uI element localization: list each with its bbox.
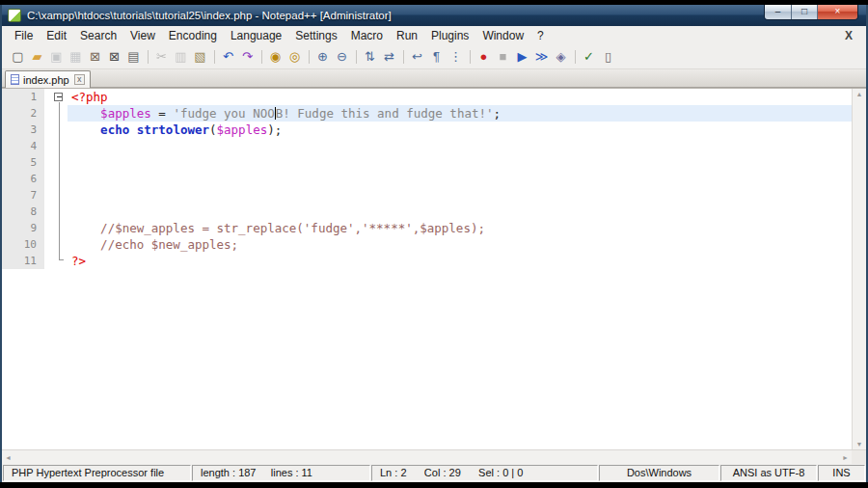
scroll-up-icon[interactable]: ▲ [856, 91, 863, 97]
scroll-right-icon[interactable]: ► [842, 454, 849, 461]
code-line-9[interactable]: 9 //$new_apples = str_replace('fudge','*… [2, 220, 852, 236]
menu-macro[interactable]: Macro [344, 26, 390, 45]
toolbar-separator [214, 50, 215, 64]
menu-search[interactable]: Search [73, 26, 123, 45]
code-text [68, 154, 852, 171]
toolbar-separator [356, 50, 357, 64]
find-icon[interactable]: ◉ [266, 48, 285, 67]
menu-help[interactable]: ? [530, 26, 551, 45]
menu-plugins[interactable]: Plugins [424, 26, 475, 45]
sync-vertical-icon[interactable]: ⇅ [361, 48, 379, 67]
tab-file-icon [11, 74, 19, 85]
fold-margin [44, 171, 68, 187]
vertical-scrollbar[interactable]: ▲ ▼ [852, 89, 866, 449]
fold-toggle-icon[interactable] [44, 89, 68, 105]
close-file-icon[interactable]: ⊠ [86, 48, 104, 67]
menu-edit[interactable]: Edit [40, 26, 73, 45]
open-folder-icon[interactable]: ▰ [28, 48, 46, 67]
menu-language[interactable]: Language [224, 26, 288, 45]
toolbar-separator [261, 50, 262, 64]
fold-margin [44, 187, 68, 203]
code-line-2[interactable]: 2 $apples = 'fudge you NOOB! Fudge this … [2, 105, 852, 122]
video-frame: C:\xampp\htdocs\tutorials\tutorial25\ind… [0, 0, 868, 488]
word-wrap-icon[interactable]: ↩ [408, 48, 426, 67]
scroll-left-icon[interactable]: ◄ [5, 454, 12, 461]
code-text [68, 138, 852, 154]
status-encoding[interactable]: ANSI as UTF-8 [720, 465, 817, 481]
horizontal-scrollbar-row: ◄ ► [2, 449, 866, 464]
title-bar[interactable]: C:\xampp\htdocs\tutorials\tutorial25\ind… [2, 5, 866, 26]
undo-icon[interactable]: ↶ [219, 48, 237, 67]
code-line-4[interactable]: 4 [2, 138, 852, 154]
status-eol-format[interactable]: Dos\Windows [599, 465, 719, 481]
menu-bar: FileEditSearchViewEncodingLanguageSettin… [2, 26, 866, 45]
toolbar-separator [403, 50, 404, 64]
code-text: echo strtolower($apples); [68, 122, 852, 138]
code-text [68, 203, 852, 220]
save-icon[interactable]: ▣ [47, 48, 66, 67]
code-line-5[interactable]: 5 [2, 154, 852, 171]
menu-settings[interactable]: Settings [288, 26, 343, 45]
sync-horizontal-icon[interactable]: ⇄ [380, 48, 398, 67]
record-macro-icon[interactable]: ● [475, 48, 493, 67]
save-all-icon[interactable]: ▦ [67, 48, 85, 67]
run-macro-multiple-icon[interactable]: ≫ [532, 48, 551, 67]
zoom-in-icon[interactable]: ⊕ [313, 48, 332, 67]
menu-close-button[interactable]: X [841, 26, 856, 45]
print-icon[interactable]: ▤ [124, 48, 143, 67]
copy-icon[interactable]: ▥ [172, 48, 190, 67]
menu-encoding[interactable]: Encoding [162, 26, 224, 45]
code-line-1[interactable]: 1<?php [2, 89, 852, 105]
status-file-type[interactable]: PHP Hypertext Preprocessor file [3, 465, 191, 481]
cut-icon[interactable]: ✂ [152, 48, 171, 67]
close-all-icon[interactable]: ⊠ [105, 48, 123, 67]
toolbar-separator [309, 50, 310, 64]
code-line-8[interactable]: 8 [2, 203, 852, 220]
document-map-icon[interactable]: ▯ [599, 48, 617, 67]
notepad-plus-plus-icon[interactable] [8, 9, 21, 22]
tab-bar: index.php x [2, 69, 866, 88]
stop-macro-icon[interactable]: ■ [494, 48, 512, 67]
show-all-characters-icon[interactable]: ¶ [427, 48, 446, 67]
status-insert-mode[interactable]: INS [818, 465, 865, 481]
line-number: 11 [2, 253, 44, 269]
code-line-10[interactable]: 10 //echo $new_apples; [2, 236, 852, 253]
menu-file[interactable]: File [8, 26, 40, 45]
code-line-11[interactable]: 11?> [2, 253, 852, 269]
line-number: 8 [2, 203, 44, 220]
redo-icon[interactable]: ↷ [238, 48, 257, 67]
menu-window[interactable]: Window [475, 26, 530, 45]
close-button[interactable]: × [817, 5, 857, 19]
tab-close-icon[interactable]: x [74, 74, 85, 85]
line-number: 1 [2, 89, 44, 105]
toolbar: ▢▰▣▦⊠⊠▤✂▥▧↶↷◉◎⊕⊖⇅⇄↩¶⋮●■▶≫◈✓▯ [2, 45, 866, 69]
save-macro-icon[interactable]: ◈ [552, 48, 570, 67]
scroll-down-icon[interactable]: ▼ [856, 441, 863, 447]
menu-view[interactable]: View [123, 26, 162, 45]
fold-margin [44, 154, 68, 171]
play-macro-icon[interactable]: ▶ [513, 48, 531, 67]
tab-index-php[interactable]: index.php x [5, 70, 91, 88]
fold-margin [44, 220, 68, 236]
code-line-6[interactable]: 6 [2, 171, 852, 187]
replace-icon[interactable]: ◎ [285, 48, 304, 67]
status-length-lines[interactable]: length : 187 lines : 11 [192, 465, 370, 481]
editor-lines[interactable]: 1<?php2 $apples = 'fudge you NOOB! Fudge… [2, 89, 852, 449]
indent-guide-icon[interactable]: ⋮ [447, 48, 465, 67]
fold-margin [44, 203, 68, 220]
paste-icon[interactable]: ▧ [191, 48, 209, 67]
code-line-3[interactable]: 3 echo strtolower($apples); [2, 122, 852, 138]
minimize-button[interactable]: – [765, 5, 791, 19]
fold-margin [44, 138, 68, 154]
zoom-out-icon[interactable]: ⊖ [333, 48, 351, 67]
new-file-icon[interactable]: ▢ [9, 48, 27, 67]
menu-run[interactable]: Run [390, 26, 424, 45]
status-cursor-position[interactable]: Ln : 2 Col : 29 Sel : 0 | 0 [371, 465, 598, 481]
spell-check-icon[interactable]: ✓ [580, 48, 598, 67]
fold-margin [44, 122, 68, 138]
horizontal-scrollbar[interactable]: ◄ ► [2, 450, 852, 464]
code-line-7[interactable]: 7 [2, 187, 852, 203]
window-title: C:\xampp\htdocs\tutorials\tutorial25\ind… [27, 10, 392, 21]
toolbar-separator [148, 50, 149, 64]
maximize-button[interactable]: □ [791, 5, 817, 19]
